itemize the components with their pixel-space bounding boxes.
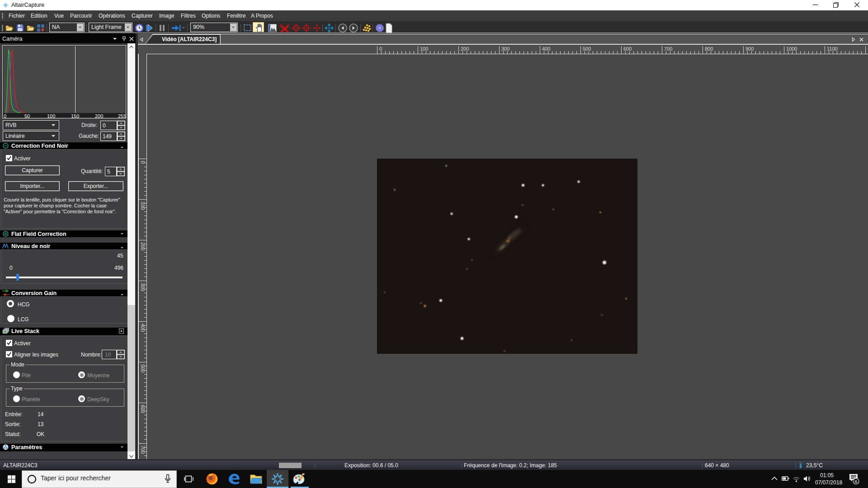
svg-text:6: 6 (855, 479, 857, 484)
